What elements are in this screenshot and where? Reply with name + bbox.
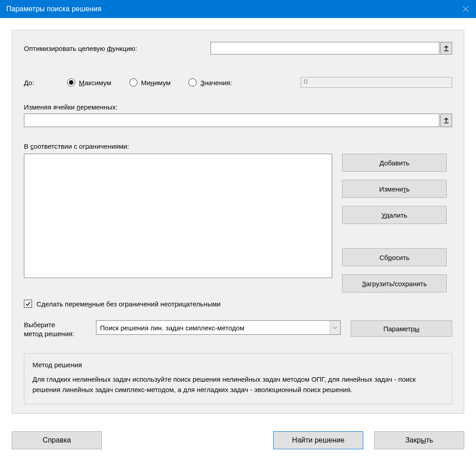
changing-input[interactable]: [24, 114, 439, 127]
to-label: До:: [24, 79, 51, 87]
changing-ref-button[interactable]: [440, 114, 452, 127]
dialog-title: Параметры поиска решения: [6, 5, 101, 13]
params-button[interactable]: Параметры: [351, 320, 452, 337]
solve-button[interactable]: Найти решение: [273, 431, 363, 449]
change-button[interactable]: Изменить: [342, 180, 447, 198]
changing-section: Изменяя ячейки переменных:: [24, 103, 452, 127]
radio-max-label: Максимум: [79, 79, 111, 87]
changing-label: Изменяя ячейки переменных:: [24, 103, 452, 111]
nonneg-label: Сделать переменные без ограничений неотр…: [37, 300, 220, 308]
objective-label: Оптимизировать целевую функцию:: [24, 45, 211, 52]
objective-ref-button[interactable]: [440, 42, 452, 55]
close-button[interactable]: Закрыть: [374, 431, 464, 449]
svg-rect-2: [444, 50, 449, 51]
method-select[interactable]: Поиск решения лин. задач симплекс-методо…: [96, 320, 341, 335]
collapse-dialog-icon: [443, 45, 449, 51]
close-icon: [462, 6, 469, 12]
dialog-body: Оптимизировать целевую функцию: До: Макс…: [0, 18, 476, 461]
constraints-listbox[interactable]: [24, 154, 332, 278]
radio-icon: [129, 78, 137, 87]
to-row: До: Максимум Минимум Зна: [24, 77, 452, 88]
load-save-button[interactable]: Загрузить/сохранить: [342, 274, 447, 292]
method-select-value: Поиск решения лин. задач симплекс-методо…: [100, 324, 244, 332]
objective-row: Оптимизировать целевую функцию:: [24, 42, 452, 55]
add-button[interactable]: Добавить: [342, 154, 447, 172]
nonneg-checkbox-row[interactable]: Сделать переменные без ограничений неотр…: [24, 300, 452, 308]
objective-input[interactable]: [211, 42, 439, 55]
collapse-dialog-icon: [443, 117, 449, 123]
method-row: Выберитеметод решения: Поиск решения лин…: [24, 320, 452, 339]
method-groupbox: Метод решения Для гладких нелинейных зад…: [24, 353, 452, 405]
radio-min[interactable]: Минимум: [129, 78, 171, 87]
checkbox-icon: [24, 300, 32, 308]
constraints-label: В соответствии с ограничениями:: [24, 142, 452, 150]
svg-rect-3: [444, 123, 449, 123]
groupbox-title: Метод решения: [32, 361, 444, 369]
to-value-input: 0: [301, 77, 452, 88]
radio-value-label: Значения:: [200, 79, 232, 87]
radio-icon: [188, 78, 197, 87]
method-label: Выберитеметод решения:: [24, 320, 85, 339]
help-button[interactable]: Справка: [12, 431, 102, 449]
titlebar: Параметры поиска решения: [0, 0, 476, 18]
radio-value[interactable]: Значения:: [188, 78, 232, 87]
method-select-wrap: Поиск решения лин. задач симплекс-методо…: [96, 320, 341, 335]
radio-min-label: Минимум: [141, 79, 171, 87]
groupbox-description: Для гладких нелинейных задач используйте…: [32, 374, 444, 395]
main-panel: Оптимизировать целевую функцию: До: Макс…: [12, 30, 464, 414]
reset-button[interactable]: Сбросить: [342, 248, 447, 266]
to-radio-group: Максимум Минимум Значения:: [51, 78, 232, 87]
radio-max[interactable]: Максимум: [67, 78, 111, 87]
bottom-button-row: Справка Найти решение Закрыть: [12, 431, 464, 449]
radio-icon: [67, 78, 75, 87]
window-close-button[interactable]: [455, 0, 476, 18]
delete-button[interactable]: Удалить: [342, 206, 447, 224]
constraints-button-column: Добавить Изменить Удалить Сбросить Загру…: [342, 154, 447, 292]
constraints-section: В соответствии с ограничениями: Добавить…: [24, 142, 452, 292]
